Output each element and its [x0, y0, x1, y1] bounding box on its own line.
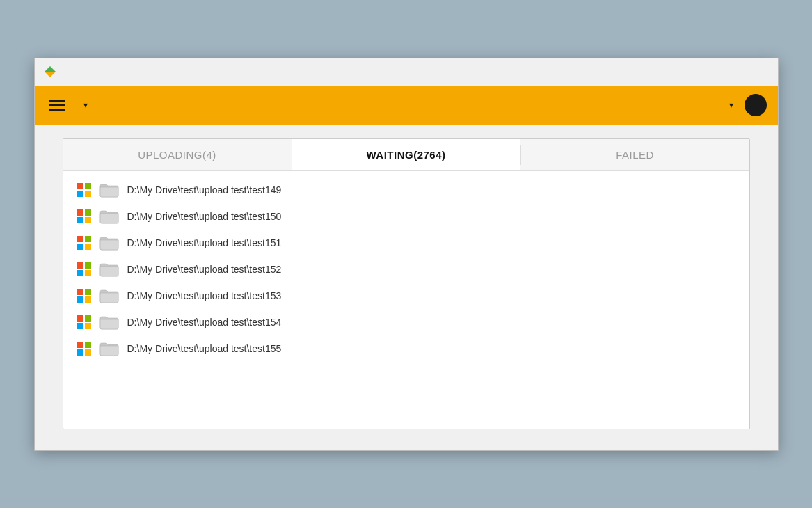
help-button[interactable]: [745, 94, 767, 116]
sort-by-dropdown-arrow-icon: ▾: [729, 100, 733, 110]
windows-icon: [77, 183, 91, 197]
toolbar-right: ▾: [725, 94, 767, 116]
account-dropdown-arrow-icon: ▾: [83, 100, 88, 110]
toolbar-left: ▾: [46, 97, 88, 114]
windows-icon: [77, 262, 91, 276]
file-path: D:\My Drive\test\upload test\test155: [127, 343, 282, 354]
windows-icon: [77, 236, 91, 250]
windows-icon: [77, 342, 91, 356]
file-path: D:\My Drive\test\upload test\test153: [127, 290, 282, 301]
file-item: D:\My Drive\test\upload test\test155: [63, 335, 748, 362]
toolbar: ▾ ▾: [35, 86, 778, 125]
title-bar-controls: [674, 61, 770, 83]
file-item: D:\My Drive\test\upload test\test152: [63, 256, 748, 283]
folder-icon: [99, 235, 119, 251]
file-path: D:\My Drive\test\upload test\test154: [127, 317, 282, 328]
windows-icon: [77, 315, 91, 329]
folder-icon: [99, 209, 119, 224]
main-content: UPLOADING(4) WAITING(2764) FAILED D:\My …: [35, 125, 778, 450]
svg-marker-1: [45, 72, 56, 77]
minimize-button[interactable]: [674, 61, 706, 83]
file-list[interactable]: D:\My Drive\test\upload test\test149 D:\…: [63, 171, 749, 429]
file-path: D:\My Drive\test\upload test\test152: [127, 264, 282, 275]
sort-by-button[interactable]: ▾: [725, 100, 733, 110]
menu-button[interactable]: [46, 97, 68, 114]
account-selector-button[interactable]: ▾: [79, 100, 88, 110]
hamburger-line-1: [49, 100, 65, 102]
tab-uploading[interactable]: UPLOADING(4): [63, 139, 292, 170]
file-item: D:\My Drive\test\upload test\test153: [63, 283, 748, 309]
folder-icon: [99, 182, 119, 198]
title-bar: [35, 58, 778, 86]
close-button[interactable]: [738, 61, 770, 83]
file-list-container: D:\My Drive\test\upload test\test149 D:\…: [63, 171, 749, 429]
file-path: D:\My Drive\test\upload test\test151: [127, 237, 282, 248]
tab-bar: UPLOADING(4) WAITING(2764) FAILED: [63, 139, 749, 171]
file-item: D:\My Drive\test\upload test\test149: [63, 177, 748, 203]
folder-icon: [99, 315, 119, 330]
folder-icon: [99, 288, 119, 303]
file-item: D:\My Drive\test\upload test\test154: [63, 309, 748, 335]
title-bar-left: [43, 65, 63, 79]
file-path: D:\My Drive\test\upload test\test149: [127, 184, 282, 196]
tab-waiting[interactable]: WAITING(2764): [292, 139, 520, 170]
windows-icon: [77, 209, 91, 223]
hamburger-line-3: [49, 109, 65, 111]
svg-marker-0: [45, 66, 56, 72]
transfer-panel: UPLOADING(4) WAITING(2764) FAILED D:\My …: [63, 138, 750, 429]
windows-icon: [77, 289, 91, 303]
main-window: ▾ ▾ UPLOADING(4) WAITING(2764) FAILED: [34, 58, 779, 451]
file-item: D:\My Drive\test\upload test\test150: [63, 203, 748, 230]
folder-icon: [99, 262, 119, 277]
hamburger-line-2: [49, 104, 65, 106]
file-item: D:\My Drive\test\upload test\test151: [63, 230, 748, 256]
maximize-button[interactable]: [706, 61, 738, 83]
app-icon: [43, 65, 57, 79]
file-path: D:\My Drive\test\upload test\test150: [127, 211, 282, 222]
folder-icon: [99, 341, 119, 356]
tab-failed[interactable]: FAILED: [521, 139, 749, 170]
